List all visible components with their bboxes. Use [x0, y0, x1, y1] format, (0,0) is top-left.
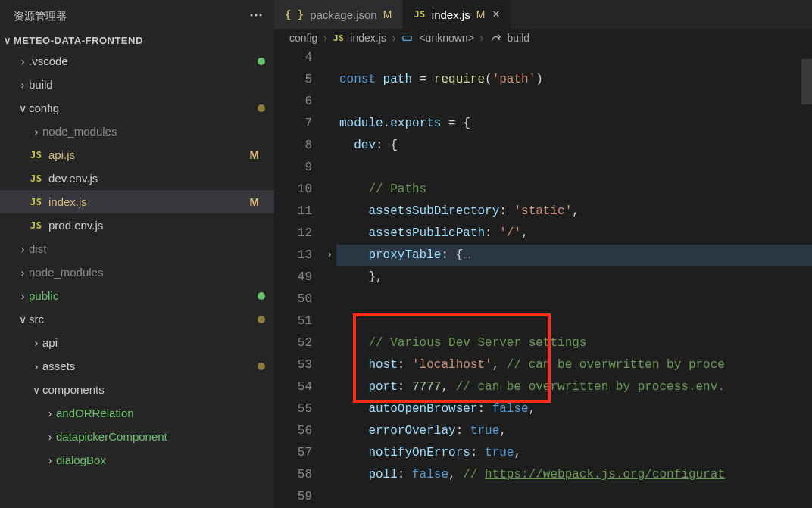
tree-folder[interactable]: ›assets [0, 354, 274, 378]
chevron-icon: ∨ [17, 313, 29, 326]
code-line[interactable]: poll: false, // https://webpack.js.org/c… [336, 464, 812, 486]
code-content[interactable]: const path = require('path')module.expor… [336, 47, 812, 508]
line-number: 5 [274, 69, 312, 91]
code-line[interactable]: module.exports = { [336, 113, 812, 135]
breadcrumb-item[interactable]: index.js [350, 32, 386, 44]
breadcrumb-item[interactable]: config [289, 32, 317, 44]
tree-folder[interactable]: ›.vscode [0, 49, 274, 73]
chevron-icon: › [44, 454, 56, 466]
tree-item-label: index.js [48, 195, 250, 208]
fold-marker[interactable] [323, 113, 336, 135]
line-number: 52 [274, 332, 312, 354]
line-number: 50 [274, 288, 312, 310]
tree-item-label: api [42, 336, 265, 349]
chevron-icon: › [17, 55, 29, 67]
tree-file[interactable]: JSdev.env.js [0, 167, 274, 190]
fold-marker[interactable] [323, 332, 336, 354]
git-modified-status: M [476, 8, 486, 20]
fold-marker[interactable] [323, 442, 336, 464]
js-file-icon: JS [30, 150, 44, 161]
code-line[interactable]: assetsPublicPath: '/', [336, 223, 812, 245]
tab-label: index.js [432, 8, 470, 21]
fold-marker[interactable] [323, 288, 336, 310]
tree-folder[interactable]: ›dist [0, 237, 274, 260]
code-line[interactable]: dev: { [336, 135, 812, 157]
fold-marker[interactable] [323, 69, 336, 91]
fold-marker[interactable] [323, 47, 336, 69]
fold-marker[interactable] [323, 157, 336, 179]
fold-marker[interactable] [323, 179, 336, 201]
code-line[interactable]: errorOverlay: true, [336, 420, 812, 442]
code-line[interactable]: }, [336, 266, 812, 288]
tree-item-label: src [29, 313, 258, 326]
tree-folder[interactable]: ›dialogBox [0, 448, 274, 472]
breadcrumb-item[interactable]: build [508, 32, 530, 44]
tree-folder[interactable]: ›public [0, 284, 274, 307]
close-tab-icon[interactable]: × [492, 8, 499, 21]
code-editor[interactable]: 456789101112134950515253545556575859 › c… [274, 47, 812, 508]
code-line[interactable]: host: 'localhost', // can be overwritten… [336, 354, 812, 376]
tree-folder[interactable]: ›build [0, 73, 274, 96]
root-folder-name: METEO-DATA-FRONTEND [14, 35, 143, 46]
breadcrumb-item[interactable]: <unknown> [419, 32, 473, 44]
vertical-scrollbar[interactable] [801, 59, 812, 104]
tree-file[interactable]: JSapi.jsM [0, 143, 274, 167]
fold-marker[interactable]: › [323, 245, 336, 266]
fold-marker[interactable] [323, 266, 336, 288]
tree-folder[interactable]: ∨config [0, 96, 274, 120]
tree-item-label: build [29, 78, 265, 91]
code-line[interactable]: port: 7777, // can be overwritten by pro… [336, 376, 812, 398]
js-file-icon: JS [414, 9, 425, 20]
editor-tab[interactable]: { }package.jsonM [274, 0, 403, 29]
code-line[interactable]: proxyTable: {… [336, 245, 812, 266]
code-line[interactable]: assetsSubDirectory: 'static', [336, 201, 812, 223]
tree-folder[interactable]: ∨src [0, 307, 274, 331]
code-line[interactable] [336, 157, 812, 179]
line-number: 13 [274, 245, 312, 266]
tree-folder[interactable]: ›node_modules [0, 260, 274, 284]
tree-folder[interactable]: ›api [0, 331, 274, 354]
fold-marker[interactable] [323, 223, 336, 245]
js-file-icon: JS [30, 220, 44, 231]
fold-gutter[interactable]: › [323, 47, 336, 508]
code-line[interactable] [336, 486, 812, 508]
fold-marker[interactable] [323, 398, 336, 420]
fold-marker[interactable] [323, 486, 336, 508]
folder-root-header[interactable]: ∨ METEO-DATA-FRONTEND [0, 32, 274, 49]
tree-folder[interactable]: ∨components [0, 378, 274, 401]
more-actions-icon[interactable] [248, 8, 264, 26]
tree-folder[interactable]: ›node_modules [0, 120, 274, 143]
code-line[interactable] [336, 47, 812, 69]
fold-marker[interactable] [323, 376, 336, 398]
fold-marker[interactable] [323, 310, 336, 332]
git-status-dot [258, 58, 265, 65]
js-file-icon: JS [333, 33, 344, 43]
line-number: 59 [274, 486, 312, 508]
tree-folder[interactable]: ›datapickerComponent [0, 425, 274, 448]
code-line[interactable]: // Paths [336, 179, 812, 201]
code-line[interactable] [336, 310, 812, 332]
code-line[interactable] [336, 288, 812, 310]
tree-folder[interactable]: ›andORRelation [0, 401, 274, 425]
fold-marker[interactable] [323, 135, 336, 157]
code-line[interactable]: const path = require('path') [336, 69, 812, 91]
tree-file[interactable]: JSprod.env.js [0, 213, 274, 237]
fold-marker[interactable] [323, 91, 336, 113]
fold-marker[interactable] [323, 420, 336, 442]
code-line[interactable]: notifyOnErrors: true, [336, 442, 812, 464]
code-line[interactable]: // Various Dev Server settings [336, 332, 812, 354]
tree-file[interactable]: JSindex.jsM [0, 190, 274, 213]
code-line[interactable]: autoOpenBrowser: false, [336, 398, 812, 420]
fold-marker[interactable] [323, 201, 336, 223]
editor-tab[interactable]: JSindex.jsM× [403, 0, 511, 29]
fold-marker[interactable] [323, 464, 336, 486]
chevron-icon: › [17, 243, 29, 255]
git-status-dot [258, 104, 265, 112]
code-line[interactable] [336, 91, 812, 113]
breadcrumb[interactable]: config › JS index.js › <unknown> › build [274, 29, 812, 47]
fold-marker[interactable] [323, 354, 336, 376]
tree-item-label: config [29, 101, 258, 114]
chevron-right-icon: › [480, 32, 484, 44]
tree-item-label: public [29, 289, 258, 302]
tree-item-label: components [42, 383, 265, 396]
